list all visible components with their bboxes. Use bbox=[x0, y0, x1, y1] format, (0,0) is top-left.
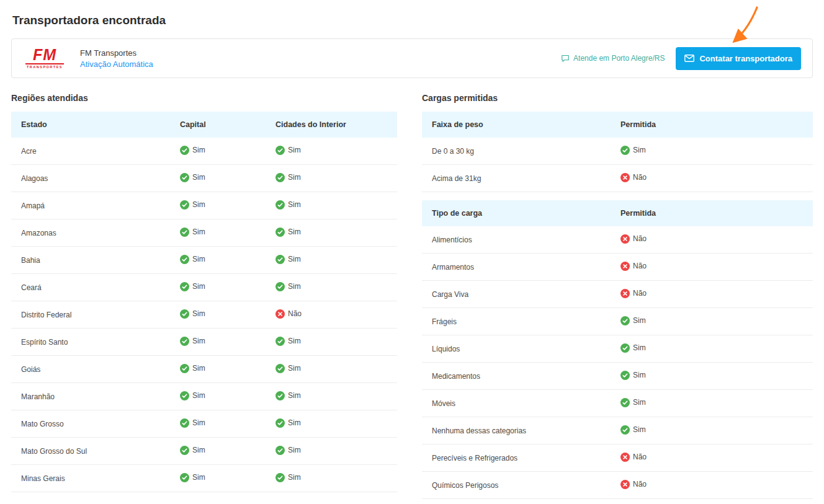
status-value: Não bbox=[620, 480, 647, 489]
status-value: Sim bbox=[620, 398, 646, 407]
status-value: Sim bbox=[180, 391, 205, 400]
status-label: Sim bbox=[288, 255, 301, 263]
status-label: Sim bbox=[192, 446, 205, 454]
check-circle-icon bbox=[275, 446, 285, 455]
column-header: Permitida bbox=[611, 120, 813, 129]
check-circle-icon bbox=[180, 337, 189, 346]
check-circle-icon bbox=[275, 255, 285, 264]
status-cell: Sim bbox=[170, 255, 266, 266]
status-cell: Sim bbox=[611, 398, 813, 409]
status-cell: Não bbox=[611, 173, 813, 184]
check-circle-icon bbox=[180, 364, 189, 373]
check-circle-icon bbox=[275, 228, 285, 237]
table-row: FrágeisSim bbox=[422, 308, 813, 335]
check-circle-icon bbox=[620, 371, 630, 380]
status-cell: Sim bbox=[611, 425, 813, 436]
check-circle-icon bbox=[620, 398, 630, 407]
status-cell: Sim bbox=[170, 309, 266, 321]
status-cell: Sim bbox=[266, 473, 397, 484]
status-value: Sim bbox=[275, 391, 301, 400]
status-cell: Não bbox=[611, 262, 813, 273]
cargo-section: Cargas permitidas Faixa de pesoPermitida… bbox=[422, 93, 813, 499]
table-row: MedicamentosSim bbox=[422, 363, 813, 390]
status-value: Sim bbox=[180, 337, 205, 346]
status-cell: Sim bbox=[170, 228, 266, 239]
table-row: GoiásSimSim bbox=[11, 356, 397, 383]
status-label: Sim bbox=[288, 228, 301, 236]
x-circle-icon bbox=[620, 234, 630, 244]
status-value: Sim bbox=[275, 200, 301, 210]
status-label: Sim bbox=[288, 391, 301, 400]
status-value: Não bbox=[275, 309, 302, 319]
label-cell: De 0 a 30 kg bbox=[422, 147, 611, 156]
status-value: Sim bbox=[180, 255, 205, 264]
label-cell: Amazonas bbox=[11, 229, 170, 237]
status-value: Sim bbox=[275, 255, 301, 264]
table-row: AmapáSimSim bbox=[11, 192, 397, 219]
status-value: Sim bbox=[275, 364, 301, 373]
table-row: Acima de 31kgNão bbox=[422, 165, 813, 192]
label-cell: Goiás bbox=[11, 365, 170, 374]
status-label: Sim bbox=[192, 391, 205, 400]
status-value: Sim bbox=[180, 146, 205, 155]
check-circle-icon bbox=[275, 473, 285, 482]
status-cell: Sim bbox=[170, 282, 266, 293]
status-label: Não bbox=[633, 173, 647, 182]
table-row: AlagoasSimSim bbox=[11, 165, 397, 192]
status-cell: Não bbox=[611, 480, 813, 491]
status-label: Sim bbox=[192, 173, 205, 182]
status-label: Sim bbox=[288, 364, 301, 373]
status-cell: Sim bbox=[266, 418, 397, 430]
status-label: Sim bbox=[288, 446, 301, 454]
column-header: Capital bbox=[170, 120, 266, 129]
status-value: Sim bbox=[180, 446, 205, 455]
activation-link[interactable]: Ativação Automática bbox=[80, 60, 153, 69]
carrier-logo: FM TRANSPORTES bbox=[25, 47, 64, 69]
table-header-row: Tipo de cargaPermitida bbox=[422, 200, 813, 226]
check-circle-icon bbox=[275, 173, 285, 182]
status-label: Sim bbox=[192, 255, 205, 263]
status-cell: Sim bbox=[170, 391, 266, 402]
status-value: Sim bbox=[275, 282, 301, 291]
table-row: MóveisSim bbox=[422, 390, 813, 417]
status-cell: Não bbox=[266, 309, 397, 321]
table-row: Mato Grosso do SulSimSim bbox=[11, 438, 397, 465]
table-row: Nenhuma dessas categoriasSim bbox=[422, 417, 813, 444]
contact-carrier-button[interactable]: Contatar transportadora bbox=[676, 47, 801, 70]
status-value: Sim bbox=[180, 200, 205, 210]
carrier-info: FM Transportes Ativação Automática bbox=[80, 48, 153, 69]
status-cell: Sim bbox=[266, 282, 397, 293]
table-header-row: EstadoCapitalCidades do Interior bbox=[11, 112, 397, 138]
status-label: Sim bbox=[633, 371, 646, 379]
label-cell: Líquidos bbox=[422, 345, 611, 353]
status-value: Sim bbox=[275, 473, 301, 482]
label-cell: Acre bbox=[11, 147, 170, 156]
table-row: LíquidosSim bbox=[422, 335, 813, 363]
check-circle-icon bbox=[180, 146, 189, 155]
status-label: Sim bbox=[192, 228, 205, 236]
status-cell: Sim bbox=[170, 418, 266, 430]
envelope-icon bbox=[684, 55, 694, 62]
status-label: Sim bbox=[633, 425, 646, 434]
status-value: Sim bbox=[620, 146, 646, 155]
label-cell: Alagoas bbox=[11, 174, 170, 183]
status-cell: Sim bbox=[611, 343, 813, 355]
coverage-text: Atende em Porto Alegre/RS bbox=[573, 54, 665, 63]
status-value: Não bbox=[620, 262, 647, 271]
status-label: Não bbox=[633, 289, 647, 298]
table-row: Carga VivaNão bbox=[422, 281, 813, 308]
check-circle-icon bbox=[180, 173, 189, 182]
check-circle-icon bbox=[180, 446, 189, 455]
status-label: Sim bbox=[288, 146, 301, 154]
status-cell: Sim bbox=[266, 200, 397, 211]
status-value: Não bbox=[620, 234, 647, 244]
column-header: Tipo de carga bbox=[422, 209, 611, 218]
status-label: Sim bbox=[288, 200, 301, 209]
cargo-types-table: Tipo de cargaPermitidaAlimentíciosNãoArm… bbox=[422, 200, 813, 499]
status-label: Sim bbox=[192, 282, 205, 291]
status-cell: Sim bbox=[170, 337, 266, 348]
page: Transportadora encontrada FM TRANSPORTES… bbox=[0, 0, 824, 499]
status-cell: Sim bbox=[170, 446, 266, 457]
status-cell: Sim bbox=[266, 391, 397, 402]
status-label: Sim bbox=[192, 146, 205, 154]
